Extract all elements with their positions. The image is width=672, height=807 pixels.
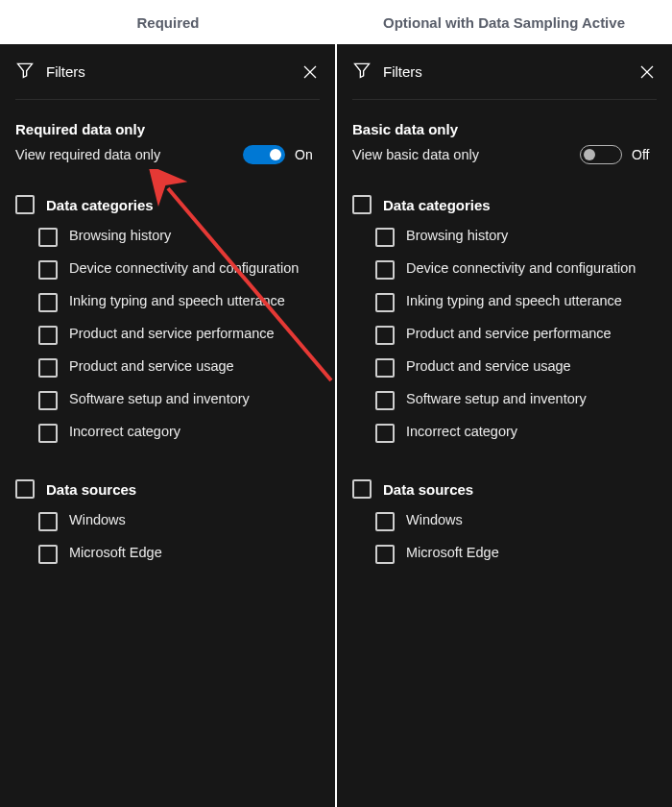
category-label: Software setup and inventory — [406, 390, 587, 409]
panel-optional: Filters Basic data only View basic data … — [335, 44, 672, 807]
category-item[interactable]: Incorrect category — [375, 424, 657, 443]
section-title-required-data: Required data only — [15, 121, 320, 137]
checkbox-all-sources[interactable] — [352, 479, 372, 499]
toggle-label-basic: View basic data only — [352, 147, 479, 162]
panel-top-bar: Filters — [352, 44, 657, 100]
toggle-state-off: Off — [632, 147, 657, 162]
category-item[interactable]: Browsing history — [38, 228, 320, 247]
category-label: Product and service performance — [69, 325, 275, 344]
checkbox-category[interactable] — [375, 424, 395, 443]
data-categories-title: Data categories — [383, 197, 491, 213]
categories-list-left: Browsing history Device connectivity and… — [15, 228, 320, 443]
category-label: Device connectivity and configuration — [406, 259, 636, 279]
category-item[interactable]: Incorrect category — [38, 424, 320, 443]
header-required: Required — [0, 14, 336, 31]
section-title-basic-data: Basic data only — [352, 121, 657, 137]
category-label: Inking typing and speech utterance — [406, 292, 622, 311]
checkbox-category[interactable] — [375, 293, 395, 312]
filters-title: Filters — [383, 63, 422, 80]
toggle-label-required: View required data only — [15, 147, 160, 162]
category-item[interactable]: Product and service performance — [375, 326, 657, 345]
close-button[interactable] — [637, 62, 657, 82]
checkbox-category[interactable] — [375, 391, 395, 410]
data-sources-title: Data sources — [46, 481, 136, 498]
checkbox-source[interactable] — [38, 545, 58, 564]
category-label: Product and service usage — [69, 357, 234, 377]
group-data-categories[interactable]: Data categories — [352, 195, 657, 214]
category-label: Incorrect category — [69, 423, 180, 442]
category-item[interactable]: Inking typing and speech utterance — [38, 293, 320, 312]
source-item[interactable]: Windows — [38, 512, 320, 531]
source-label: Windows — [406, 511, 463, 530]
toggle-row-required: View required data only On — [15, 145, 320, 164]
panel-top-bar: Filters — [15, 44, 320, 100]
checkbox-source[interactable] — [38, 512, 58, 531]
checkbox-category[interactable] — [38, 228, 58, 247]
checkbox-source[interactable] — [375, 545, 395, 564]
category-item[interactable]: Device connectivity and configuration — [38, 260, 320, 280]
sources-list-left: Windows Microsoft Edge — [15, 512, 320, 564]
category-label: Device connectivity and configuration — [69, 259, 299, 279]
group-data-categories[interactable]: Data categories — [15, 195, 320, 214]
source-item[interactable]: Microsoft Edge — [38, 545, 320, 564]
categories-list-right: Browsing history Device connectivity and… — [352, 228, 657, 443]
source-label: Microsoft Edge — [406, 544, 499, 563]
checkbox-all-categories[interactable] — [15, 195, 35, 214]
category-label: Product and service performance — [406, 325, 612, 344]
checkbox-category[interactable] — [375, 358, 395, 378]
checkbox-all-categories[interactable] — [352, 195, 372, 214]
checkbox-category[interactable] — [38, 358, 58, 378]
checkbox-all-sources[interactable] — [15, 479, 35, 499]
category-item[interactable]: Product and service performance — [38, 326, 320, 345]
checkbox-category[interactable] — [375, 260, 395, 280]
category-item[interactable]: Device connectivity and configuration — [375, 260, 657, 280]
category-label: Software setup and inventory — [69, 390, 250, 409]
checkbox-source[interactable] — [375, 512, 395, 531]
category-item[interactable]: Inking typing and speech utterance — [375, 293, 657, 312]
header-optional: Optional with Data Sampling Active — [336, 14, 672, 31]
group-data-sources[interactable]: Data sources — [352, 479, 657, 499]
filters-title: Filters — [46, 63, 85, 80]
checkbox-category[interactable] — [375, 326, 395, 345]
category-label: Product and service usage — [406, 357, 571, 377]
category-item[interactable]: Software setup and inventory — [375, 391, 657, 410]
category-item[interactable]: Software setup and inventory — [38, 391, 320, 410]
group-data-sources[interactable]: Data sources — [15, 479, 320, 499]
category-label: Incorrect category — [406, 423, 517, 442]
column-headers: Required Optional with Data Sampling Act… — [0, 0, 672, 44]
source-label: Microsoft Edge — [69, 544, 162, 563]
checkbox-category[interactable] — [38, 293, 58, 312]
category-item[interactable]: Browsing history — [375, 228, 657, 247]
toggle-row-basic: View basic data only Off — [352, 145, 657, 164]
toggle-state-on: On — [295, 147, 320, 162]
source-item[interactable]: Microsoft Edge — [375, 545, 657, 564]
data-categories-title: Data categories — [46, 197, 154, 213]
toggle-basic-data[interactable] — [580, 145, 622, 164]
category-item[interactable]: Product and service usage — [38, 358, 320, 378]
category-item[interactable]: Product and service usage — [375, 358, 657, 378]
toggle-required-data[interactable] — [243, 145, 285, 164]
sources-list-right: Windows Microsoft Edge — [352, 512, 657, 564]
category-label: Inking typing and speech utterance — [69, 292, 285, 311]
data-sources-title: Data sources — [383, 481, 473, 498]
close-button[interactable] — [300, 62, 320, 82]
checkbox-category[interactable] — [38, 391, 58, 410]
source-item[interactable]: Windows — [375, 512, 657, 531]
checkbox-category[interactable] — [38, 424, 58, 443]
checkbox-category[interactable] — [375, 228, 395, 247]
checkbox-category[interactable] — [38, 260, 58, 280]
checkbox-category[interactable] — [38, 326, 58, 345]
filter-icon — [15, 61, 35, 84]
filter-icon — [352, 61, 372, 84]
category-label: Browsing history — [69, 227, 171, 246]
category-label: Browsing history — [406, 227, 508, 246]
panel-required: Filters Required data only View required… — [0, 44, 335, 807]
source-label: Windows — [69, 511, 126, 530]
